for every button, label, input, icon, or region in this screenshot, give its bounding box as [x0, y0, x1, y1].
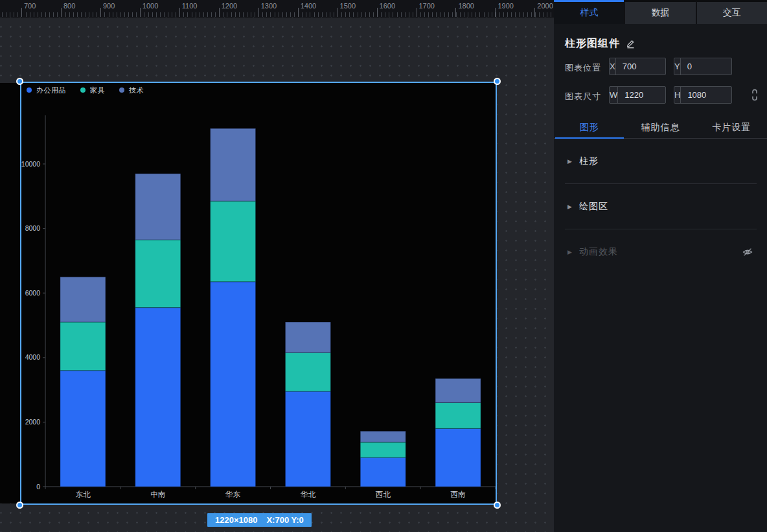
- ruler-major-tick: [298, 8, 299, 17]
- settings-panel: 样式数据交互 柱形图组件 图表位置 X Y 图表尺寸 W: [554, 0, 767, 532]
- legend-label: 办公用品: [36, 86, 66, 95]
- legend-dot: [80, 87, 86, 93]
- x-axis-label: 中南: [150, 491, 165, 498]
- x-position-field[interactable]: X: [609, 58, 666, 75]
- section-1[interactable]: ▶绘图区: [554, 184, 767, 229]
- ruler-label: 1400: [301, 2, 316, 10]
- ruler-major-tick: [219, 8, 220, 17]
- design-workspace[interactable]: 办公用品家具技术 0200040006000800010000东北中南华东华北西…: [0, 17, 554, 532]
- y-prefix: Y: [674, 58, 681, 75]
- ruler-label: 1700: [419, 2, 435, 10]
- chart-position-row: 图表位置 X Y: [554, 58, 767, 76]
- svg-text:0: 0: [36, 483, 40, 491]
- collapse-arrow-icon[interactable]: ▶: [567, 203, 572, 210]
- bar-segment: [285, 322, 330, 353]
- w-prefix: W: [610, 87, 618, 103]
- ruler-label: 2000: [537, 2, 553, 10]
- aspect-ratio-unlink-icon[interactable]: [750, 88, 759, 102]
- panel-subtab-0[interactable]: 图形: [554, 117, 625, 138]
- section-2[interactable]: ▶动画效果: [554, 229, 767, 274]
- ruler-label: 1800: [458, 2, 474, 10]
- legend-label: 技术: [129, 86, 144, 95]
- x-prefix: X: [610, 58, 616, 75]
- collapse-arrow-icon[interactable]: ▶: [567, 158, 572, 165]
- ruler-major-tick: [495, 8, 496, 17]
- legend-item[interactable]: 家具: [80, 86, 105, 95]
- ruler-major-tick: [61, 8, 62, 17]
- chart-size-label: 图表尺寸: [565, 91, 601, 102]
- bar-segment: [360, 457, 406, 487]
- badge-position: X:700 Y:0: [266, 515, 303, 525]
- ruler-major-tick: [338, 8, 338, 17]
- svg-text:2000: 2000: [25, 418, 41, 426]
- panel-tab-1[interactable]: 数据: [624, 0, 695, 24]
- ruler-major-tick: [377, 8, 378, 17]
- bar-segment: [435, 428, 481, 487]
- panel-sections: ▶柱形▶绘图区▶动画效果: [554, 139, 767, 274]
- ruler-label: 1900: [498, 2, 513, 10]
- bar-segment: [60, 322, 106, 371]
- eye-off-icon[interactable]: [742, 248, 753, 257]
- panel-tabbar: 样式数据交互: [554, 0, 767, 24]
- height-field[interactable]: H: [674, 86, 732, 104]
- ruler-major-tick: [258, 8, 259, 17]
- chart-legend: 办公用品家具技术: [27, 86, 158, 95]
- ruler-label: 900: [103, 2, 115, 10]
- panel-tab-2[interactable]: 交互: [696, 0, 767, 24]
- legend-dot: [27, 87, 32, 93]
- panel-subtabs: 图形辅助信息卡片设置: [554, 117, 767, 139]
- stacked-bar-chart: 0200040006000800010000东北中南华东华北西北西南: [21, 83, 496, 503]
- ruler-label: 1600: [380, 2, 395, 10]
- section-label: 动画效果: [579, 246, 618, 258]
- bar-segment: [285, 353, 330, 391]
- ruler-label: 700: [24, 2, 36, 10]
- bar-segment: [60, 277, 106, 322]
- panel-subtab-2[interactable]: 卡片设置: [696, 117, 767, 138]
- ruler-minor-ticks: [2, 12, 554, 17]
- bar-segment: [285, 391, 330, 487]
- panel-tab-0[interactable]: 样式: [554, 0, 624, 24]
- ruler-label: 1000: [143, 2, 158, 10]
- section-label: 柱形: [579, 156, 599, 167]
- size-position-badge: 1220×1080 X:700 Y:0: [207, 513, 312, 527]
- ruler-major-tick: [455, 8, 456, 17]
- ruler-label: 1300: [261, 2, 277, 10]
- bar-segment: [135, 174, 181, 240]
- svg-text:4000: 4000: [25, 353, 41, 361]
- bar-segment: [211, 128, 256, 201]
- x-axis-label: 华北: [300, 491, 316, 498]
- x-axis-label: 西北: [376, 491, 391, 498]
- edit-pencil-icon[interactable]: [626, 39, 635, 49]
- legend-item[interactable]: 技术: [119, 86, 144, 95]
- section-0[interactable]: ▶柱形: [554, 139, 767, 183]
- horizontal-ruler: 7008009001000110012001300140015001600170…: [0, 0, 554, 17]
- collapse-arrow-icon[interactable]: ▶: [567, 249, 572, 255]
- bar-segment: [435, 403, 481, 429]
- bar-segment: [60, 371, 106, 487]
- y-position-field[interactable]: Y: [674, 58, 732, 75]
- x-axis-label: 华东: [225, 491, 241, 498]
- ruler-major-tick: [100, 8, 101, 17]
- component-title: 柱形图组件: [565, 37, 620, 51]
- ruler-label: 1100: [182, 2, 198, 10]
- svg-text:10000: 10000: [21, 160, 40, 168]
- legend-item[interactable]: 办公用品: [27, 86, 66, 95]
- canvas-area: 办公用品家具技术 0200040006000800010000东北中南华东华北西…: [0, 0, 554, 532]
- bar-segment: [360, 442, 406, 457]
- x-axis-label: 西南: [451, 491, 466, 498]
- ruler-major-tick: [179, 8, 180, 17]
- bar-segment: [211, 282, 256, 487]
- legend-label: 家具: [90, 86, 105, 95]
- svg-text:8000: 8000: [25, 224, 41, 232]
- ruler-major-tick: [417, 8, 417, 17]
- ruler-label: 800: [63, 2, 75, 10]
- bar-chart-component[interactable]: 办公用品家具技术 0200040006000800010000东北中南华东华北西…: [21, 83, 496, 503]
- badge-size: 1220×1080: [215, 515, 257, 525]
- width-field[interactable]: W: [609, 86, 666, 104]
- bar-segment: [135, 240, 181, 308]
- ruler-major-tick: [534, 8, 535, 17]
- bar-segment: [360, 431, 406, 442]
- panel-subtab-1[interactable]: 辅助信息: [625, 117, 696, 138]
- y-position-input[interactable]: [681, 62, 767, 71]
- chart-size-row: 图表尺寸 W H: [554, 86, 767, 104]
